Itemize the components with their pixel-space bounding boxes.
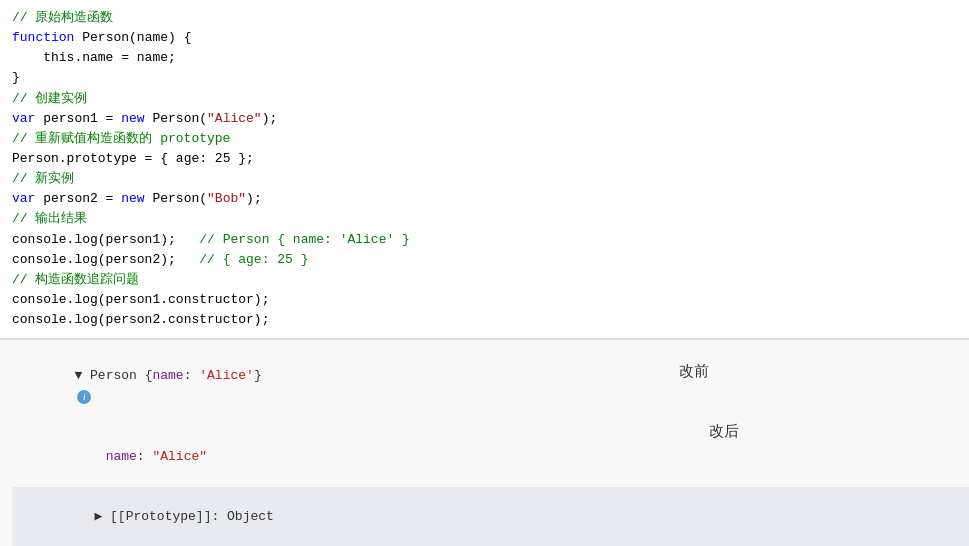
- code-line-comment2: // 创建实例: [12, 89, 969, 109]
- code-line-comment1: // 原始构造函数: [12, 8, 969, 28]
- code-line-2: function Person(name) {: [12, 28, 969, 48]
- code-line-comment4: // 新实例: [12, 169, 969, 189]
- code-line-4: }: [12, 68, 969, 88]
- code-section: // 原始构造函数 function Person(name) { this.n…: [0, 0, 969, 339]
- code-line-10: var person2 = new Person("Bob");: [12, 189, 969, 209]
- label-gaihou: 改后: [709, 422, 739, 441]
- label-gaiqian: 改前: [679, 362, 709, 381]
- code-line-13: console.log(person2); // { age: 25 }: [12, 250, 969, 270]
- console-line-person1-name: name: "Alice": [12, 427, 969, 487]
- console-line-person1-prototype[interactable]: ▶ [[Prototype]]: Object: [12, 487, 969, 546]
- code-line-comment3: // 重新赋值构造函数的 prototype: [12, 129, 969, 149]
- code-line-12: console.log(person1); // Person { name: …: [12, 230, 969, 250]
- code-line-8: Person.prototype = { age: 25 };: [12, 149, 969, 169]
- main-container: // 原始构造函数 function Person(name) { this.n…: [0, 0, 969, 546]
- code-line-16: console.log(person2.constructor);: [12, 310, 969, 330]
- output-section: ▼ Person {name: 'Alice'} i name: "Alice"…: [0, 339, 969, 546]
- console-line-person1-header[interactable]: ▼ Person {name: 'Alice'} i: [12, 346, 969, 427]
- console-block-person1: ▼ Person {name: 'Alice'} i name: "Alice"…: [12, 346, 969, 546]
- code-line-comment5: // 输出结果: [12, 209, 969, 229]
- code-line-15: console.log(person1.constructor);: [12, 290, 969, 310]
- info-icon-1[interactable]: i: [77, 390, 91, 404]
- code-line-6: var person1 = new Person("Alice");: [12, 109, 969, 129]
- code-line-3: this.name = name;: [12, 48, 969, 68]
- code-line-comment6: // 构造函数追踪问题: [12, 270, 969, 290]
